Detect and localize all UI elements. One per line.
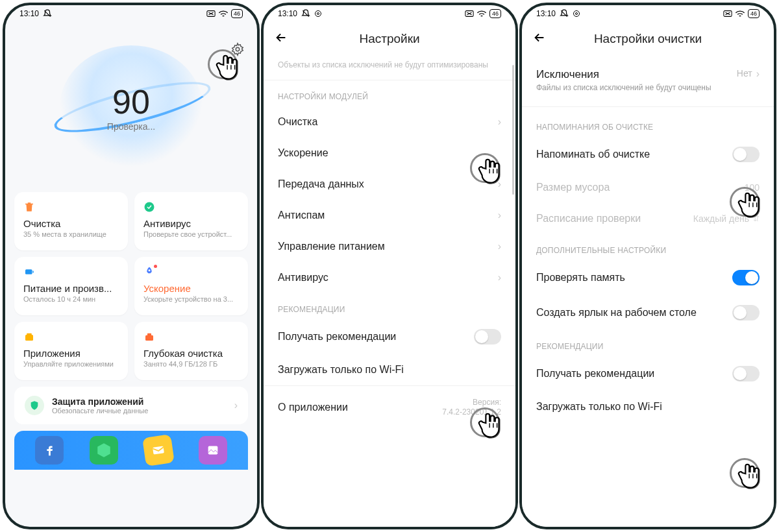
statusbar: 13:10 46: [522, 5, 774, 22]
phone-security-home: 13:10 46 90 Прове: [3, 3, 260, 529]
svg-rect-6: [25, 335, 33, 341]
gear-small-icon: [314, 10, 322, 18]
toggle-off[interactable]: [732, 147, 760, 162]
status-time: 13:10: [19, 9, 39, 18]
wifi-icon: [476, 10, 487, 18]
svg-rect-4: [32, 271, 34, 273]
dnd-icon: [560, 9, 569, 18]
toggle-off[interactable]: [732, 305, 760, 320]
card-title: Глубокая очистка: [143, 348, 239, 359]
row-remind[interactable]: Напоминать об очистке: [522, 137, 774, 172]
row-get-recommendations[interactable]: Получать рекомендации: [264, 319, 515, 354]
section-header-recommendations: РЕКОМЕНДАЦИИ: [522, 330, 774, 356]
phone-settings: 13:10 46 Настройки Объекты из списка иск…: [261, 3, 518, 529]
section-header-modules: НАСТРОЙКИ МОДУЛЕЙ: [264, 80, 515, 106]
card-sub: Занято 44,9 ГБ/128 ГБ: [143, 360, 239, 368]
toggle-off[interactable]: [474, 329, 501, 345]
row-power[interactable]: Управление питанием›: [264, 231, 515, 262]
app-protect-title: Защита приложений: [52, 396, 227, 407]
back-button[interactable]: [532, 31, 548, 47]
row-wifi-only[interactable]: Загружать только по Wi-Fi: [522, 391, 774, 422]
row-antivirus[interactable]: Антивирус›: [264, 262, 515, 293]
back-button[interactable]: [274, 31, 290, 47]
row-about[interactable]: О приложении Версия:7.4.2-230201.1.2: [264, 385, 515, 429]
exclusions-note: Объекты из списка исключений не будут оп…: [264, 58, 515, 80]
svg-point-5: [149, 269, 151, 271]
svg-point-15: [576, 13, 578, 15]
section-header-extra: ДОПОЛНИТЕЛЬНЫЕ НАСТРОЙКИ: [522, 234, 774, 260]
card-deep-clean[interactable]: Глубокая очистка Занято 44,9 ГБ/128 ГБ: [134, 322, 248, 380]
card-title: Ускорение: [143, 283, 239, 294]
svg-point-16: [574, 11, 580, 17]
statusbar: 13:10 46: [264, 5, 515, 22]
svg-point-2: [145, 202, 155, 212]
app-protect-sub: Обезопасьте личные данные: [52, 407, 227, 415]
chevron-right-icon: ›: [498, 178, 501, 190]
svg-rect-7: [27, 333, 32, 335]
phone-cleaner-settings: 13:10 46 Настройки очистки Исключения Фа…: [519, 3, 776, 529]
exclusions-title: Исключения: [536, 68, 737, 81]
svg-point-13: [315, 11, 321, 17]
chevron-right-icon: ›: [498, 210, 501, 221]
row-check-memory[interactable]: Проверять память: [522, 260, 774, 295]
row-shortcut[interactable]: Создать ярлык на рабочем столе: [522, 295, 774, 330]
cleaner-settings-list[interactable]: Исключения Файлы из списка исключений не…: [522, 58, 774, 527]
toggle-off[interactable]: [732, 366, 760, 381]
page-header: Настройки очистки: [522, 22, 774, 58]
promo-strip[interactable]: [14, 431, 248, 470]
row-boost[interactable]: Ускорение: [264, 138, 515, 169]
chevron-right-icon: ›: [234, 400, 238, 411]
score-status: Проверка...: [107, 121, 155, 132]
wifi-icon: [735, 10, 745, 18]
no-sim-icon: [465, 10, 474, 18]
card-title: Приложения: [23, 348, 119, 359]
apps-icon: [23, 331, 35, 343]
row-get-recommendations[interactable]: Получать рекомендации: [522, 356, 774, 391]
battery-level: 46: [748, 9, 760, 18]
wifi-icon: [218, 10, 229, 18]
rocket-icon: [143, 266, 155, 278]
toolbox-icon: [143, 331, 155, 343]
no-sim-icon: [206, 10, 216, 18]
section-header-recommendations: РЕКОМЕНДАЦИИ: [264, 293, 515, 319]
row-exclusions[interactable]: Исключения Файлы из списка исключений не…: [522, 58, 774, 103]
gear-small-icon: [573, 10, 580, 18]
row-schedule: Расписание проверки Каждый день ⇵: [522, 203, 774, 234]
card-antivirus[interactable]: Антивирус Проверьте свое устройст...: [134, 192, 248, 250]
facebook-icon: [35, 436, 64, 465]
security-score-orb[interactable]: 90 Проверка...: [14, 26, 248, 188]
row-antispam[interactable]: Антиспам›: [264, 200, 515, 231]
card-boost[interactable]: Ускорение Ускорьте устройство на 3...: [134, 257, 248, 315]
toggle-on[interactable]: [732, 270, 760, 285]
card-apps[interactable]: Приложения Управляйте приложениями: [14, 322, 128, 380]
card-battery[interactable]: Питание и произв... Осталось 10 ч 24 мин: [14, 257, 128, 315]
hexagon-icon: [90, 436, 118, 465]
about-label: О приложении: [278, 402, 348, 413]
dnd-icon: [301, 9, 310, 18]
row-data[interactable]: Передача данных›: [264, 169, 515, 200]
settings-list[interactable]: Объекты из списка исключений не будут оп…: [264, 58, 515, 527]
card-sub: Проверьте свое устройст...: [143, 230, 239, 238]
mail-icon: [142, 434, 175, 466]
trash-icon: [23, 201, 35, 213]
card-cleaner[interactable]: Очистка 35 % места в хранилище: [14, 192, 128, 250]
statusbar: 13:10 46: [5, 5, 257, 22]
arrow-left-icon: [274, 30, 288, 47]
battery-level: 46: [489, 9, 501, 18]
card-sub: 35 % места в хранилище: [23, 230, 119, 238]
battery-icon: [23, 266, 35, 278]
chevron-right-icon: ›: [498, 116, 501, 128]
app-protection-row[interactable]: Защита приложений Обезопасьте личные дан…: [14, 387, 248, 424]
exclusions-sub: Файлы из списка исключений не будут очищ…: [536, 82, 737, 93]
battery-level: 46: [231, 9, 243, 18]
row-junk-size: Размер мусора 100: [522, 172, 774, 203]
row-cleaner[interactable]: Очистка›: [264, 106, 515, 138]
row-wifi-only[interactable]: Загружать только по Wi-Fi: [264, 354, 515, 385]
page-header: Настройки: [264, 22, 515, 58]
status-time: 13:10: [536, 9, 556, 18]
card-sub: Ускорьте устройство на 3...: [143, 295, 239, 303]
feature-cards-grid: Очистка 35 % места в хранилище Антивирус…: [14, 192, 248, 380]
card-title: Очистка: [23, 218, 119, 229]
shield-icon: [25, 396, 44, 415]
chevron-right-icon: ›: [498, 241, 501, 252]
